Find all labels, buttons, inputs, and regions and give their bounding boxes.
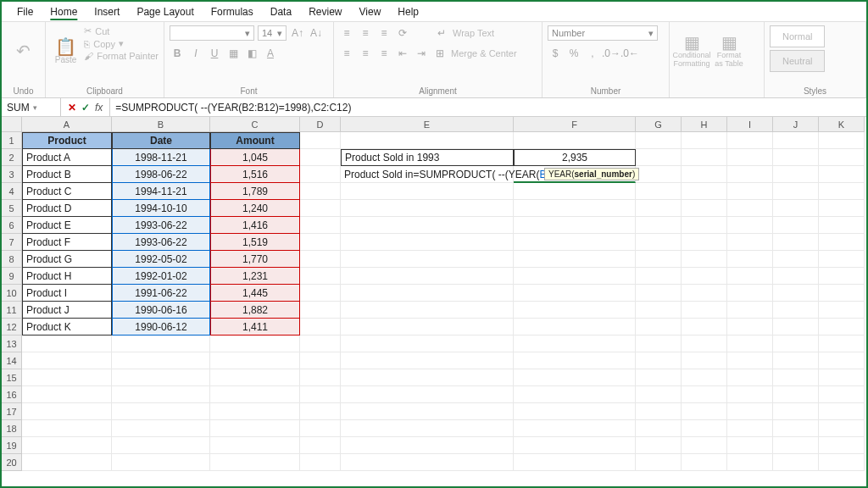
cell-J2[interactable] [773,149,819,166]
cell-C3[interactable]: 1,516 [210,166,300,183]
borders-button[interactable]: ▦ [225,46,241,61]
cell-I17[interactable] [727,403,773,420]
cell-H13[interactable] [682,336,727,352]
confirm-formula-button[interactable]: ✓ [81,102,90,114]
cell-B8[interactable]: 1992-05-02 [112,251,210,268]
cell-D13[interactable] [300,336,341,352]
row-header-2[interactable]: 2 [2,149,22,166]
cell-F5[interactable] [514,200,636,217]
cell-B20[interactable] [112,454,210,471]
cell-J4[interactable] [773,183,819,200]
row-header-4[interactable]: 4 [2,183,22,200]
style-neutral[interactable]: Neutral [770,50,825,72]
cell-J13[interactable] [773,336,819,352]
cell-H16[interactable] [682,386,727,403]
conditional-formatting-button[interactable]: ▦Conditional Formatting [675,25,709,76]
cell-H18[interactable] [682,420,727,437]
align-center-button[interactable]: ≡ [358,46,373,61]
font-color-button[interactable]: A [263,46,278,61]
row-header-14[interactable]: 14 [2,352,22,369]
percent-button[interactable]: % [566,46,581,61]
col-header-J[interactable]: J [773,117,819,132]
cell-A17[interactable] [22,403,112,420]
cell-B6[interactable]: 1993-06-22 [112,217,210,234]
cell-B13[interactable] [112,336,210,352]
cell-A13[interactable] [22,336,112,352]
menu-tab-page-layout[interactable]: Page Layout [128,3,202,21]
cell-D19[interactable] [300,437,341,454]
comma-button[interactable]: , [585,46,600,61]
cell-J6[interactable] [773,217,819,234]
cancel-formula-button[interactable]: ✕ [68,102,76,114]
number-format-select[interactable]: Number▾ [548,25,658,41]
cell-G3[interactable] [636,166,682,183]
cell-F17[interactable] [514,403,636,420]
cell-F13[interactable] [514,336,636,352]
cell-J16[interactable] [773,386,819,403]
cell-K20[interactable] [819,454,865,471]
cell-A16[interactable] [22,386,112,403]
decrease-font-button[interactable]: A↓ [309,25,324,41]
cell-F14[interactable] [514,352,636,369]
cell-E14[interactable] [341,352,514,369]
cell-C6[interactable]: 1,416 [210,217,300,234]
cell-B15[interactable] [112,369,210,386]
cell-H10[interactable] [682,285,727,302]
cell-G5[interactable] [636,200,682,217]
cell-F18[interactable] [514,420,636,437]
cell-B1[interactable]: Date [112,132,210,149]
cell-B19[interactable] [112,437,210,454]
menu-tab-help[interactable]: Help [389,3,427,21]
cell-G1[interactable] [636,132,682,149]
cell-I12[interactable] [727,319,773,336]
row-header-5[interactable]: 5 [2,200,22,217]
cell-I8[interactable] [727,251,773,268]
cell-B14[interactable] [112,352,210,369]
cell-E15[interactable] [341,369,514,386]
cell-I11[interactable] [727,302,773,319]
align-left-button[interactable]: ≡ [339,46,354,61]
cell-E20[interactable] [341,454,514,471]
wrap-text-button[interactable]: Wrap Text [453,28,494,38]
cell-H5[interactable] [682,200,727,217]
cell-F16[interactable] [514,386,636,403]
cell-D17[interactable] [300,403,341,420]
menu-tab-file[interactable]: File [8,3,42,21]
copy-button[interactable]: ⎘Copy▾ [84,38,159,49]
cell-C9[interactable]: 1,231 [210,268,300,285]
cell-J17[interactable] [773,403,819,420]
cell-G18[interactable] [636,420,682,437]
align-top-button[interactable]: ≡ [339,25,354,41]
cell-G4[interactable] [636,183,682,200]
cell-F11[interactable] [514,302,636,319]
cell-E7[interactable] [341,234,514,251]
cell-D1[interactable] [300,132,341,149]
cell-C5[interactable]: 1,240 [210,200,300,217]
cell-D9[interactable] [300,268,341,285]
cell-K1[interactable] [819,132,865,149]
cell-H8[interactable] [682,251,727,268]
cell-J18[interactable] [773,420,819,437]
cell-E1[interactable] [341,132,514,149]
font-size-select[interactable]: 14▾ [258,25,287,41]
cell-K18[interactable] [819,420,865,437]
cell-K6[interactable] [819,217,865,234]
menu-tab-insert[interactable]: Insert [86,3,128,21]
row-header-1[interactable]: 1 [2,132,22,149]
cell-J19[interactable] [773,437,819,454]
style-normal[interactable]: Normal [770,25,825,47]
row-header-20[interactable]: 20 [2,454,22,471]
row-header-11[interactable]: 11 [2,302,22,319]
cell-C13[interactable] [210,336,300,352]
cell-I13[interactable] [727,336,773,352]
bold-button[interactable]: B [170,46,185,61]
cell-K4[interactable] [819,183,865,200]
cell-G20[interactable] [636,454,682,471]
cell-I14[interactable] [727,352,773,369]
cell-K3[interactable] [819,166,865,183]
cell-B7[interactable]: 1993-06-22 [112,234,210,251]
fx-button[interactable]: fx [95,102,103,114]
cell-D7[interactable] [300,234,341,251]
cell-H19[interactable] [682,437,727,454]
row-header-13[interactable]: 13 [2,336,22,352]
